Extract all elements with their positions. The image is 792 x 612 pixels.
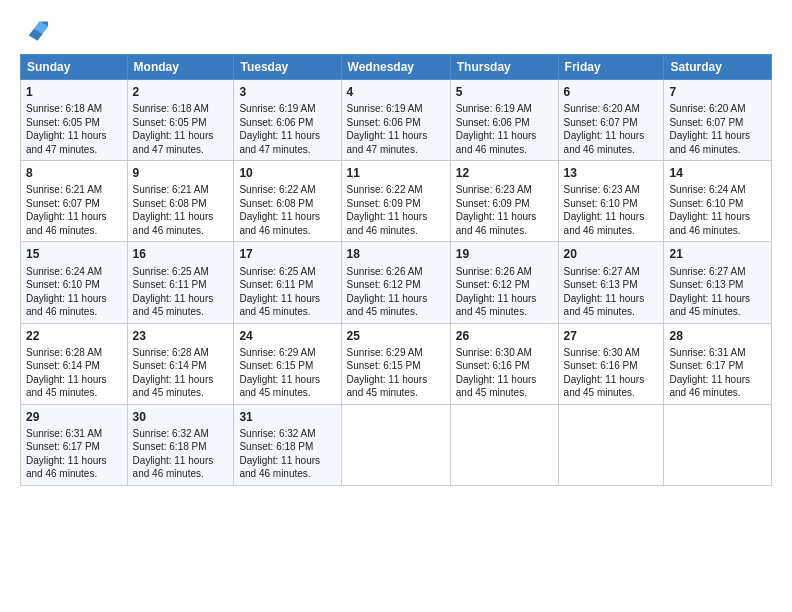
cell-line: Sunrise: 6:19 AM [456,102,553,116]
cell-line: and 45 minutes. [456,386,553,400]
day-number: 11 [347,165,445,181]
cell-line: Sunrise: 6:20 AM [564,102,659,116]
cell-line: Sunrise: 6:22 AM [347,183,445,197]
cell-line: Daylight: 11 hours [26,292,122,306]
cell-line: Sunset: 6:14 PM [26,359,122,373]
day-number: 8 [26,165,122,181]
logo-icon [20,18,48,46]
cell-line: and 45 minutes. [347,386,445,400]
cell-line: Daylight: 11 hours [347,292,445,306]
cell-line: Sunset: 6:10 PM [564,197,659,211]
cell-line: Daylight: 11 hours [239,210,335,224]
cell-line: Daylight: 11 hours [669,373,766,387]
calendar-cell: 19Sunrise: 6:26 AMSunset: 6:12 PMDayligh… [450,242,558,323]
calendar-cell: 3Sunrise: 6:19 AMSunset: 6:06 PMDaylight… [234,80,341,161]
cell-line: and 46 minutes. [669,224,766,238]
cell-line: Sunset: 6:15 PM [239,359,335,373]
col-tuesday: Tuesday [234,55,341,80]
day-number: 27 [564,328,659,344]
logo [20,18,52,46]
cell-line: and 46 minutes. [456,224,553,238]
calendar-header: Sunday Monday Tuesday Wednesday Thursday… [21,55,772,80]
cell-line: and 45 minutes. [456,305,553,319]
cell-line: Sunrise: 6:31 AM [26,427,122,441]
cell-line: Sunrise: 6:24 AM [26,265,122,279]
cell-line: and 47 minutes. [26,143,122,157]
cell-line: and 46 minutes. [347,224,445,238]
day-number: 31 [239,409,335,425]
cell-line: and 45 minutes. [133,305,229,319]
cell-line: Sunset: 6:17 PM [669,359,766,373]
cell-line: Daylight: 11 hours [133,129,229,143]
cell-line: Sunset: 6:12 PM [347,278,445,292]
weekday-row: Sunday Monday Tuesday Wednesday Thursday… [21,55,772,80]
day-number: 30 [133,409,229,425]
cell-line: Daylight: 11 hours [669,210,766,224]
calendar-cell: 26Sunrise: 6:30 AMSunset: 6:16 PMDayligh… [450,323,558,404]
cell-line: Sunset: 6:08 PM [133,197,229,211]
calendar-cell: 13Sunrise: 6:23 AMSunset: 6:10 PMDayligh… [558,161,664,242]
cell-line: Sunset: 6:15 PM [347,359,445,373]
calendar-cell: 4Sunrise: 6:19 AMSunset: 6:06 PMDaylight… [341,80,450,161]
calendar-cell: 1Sunrise: 6:18 AMSunset: 6:05 PMDaylight… [21,80,128,161]
cell-line: Sunrise: 6:22 AM [239,183,335,197]
day-number: 29 [26,409,122,425]
cell-line: Daylight: 11 hours [669,129,766,143]
cell-line: and 45 minutes. [347,305,445,319]
cell-line: Sunrise: 6:25 AM [239,265,335,279]
calendar-cell: 22Sunrise: 6:28 AMSunset: 6:14 PMDayligh… [21,323,128,404]
cell-line: and 46 minutes. [26,467,122,481]
col-monday: Monday [127,55,234,80]
cell-line: Sunrise: 6:23 AM [456,183,553,197]
calendar-cell: 29Sunrise: 6:31 AMSunset: 6:17 PMDayligh… [21,404,128,485]
col-wednesday: Wednesday [341,55,450,80]
day-number: 6 [564,84,659,100]
cell-line: Sunset: 6:06 PM [456,116,553,130]
cell-line: Sunset: 6:07 PM [564,116,659,130]
cell-line: Daylight: 11 hours [239,129,335,143]
cell-line: Daylight: 11 hours [456,292,553,306]
cell-line: Daylight: 11 hours [239,373,335,387]
day-number: 4 [347,84,445,100]
calendar-cell: 21Sunrise: 6:27 AMSunset: 6:13 PMDayligh… [664,242,772,323]
cell-line: Daylight: 11 hours [347,210,445,224]
cell-line: and 46 minutes. [26,224,122,238]
cell-line: Sunset: 6:17 PM [26,440,122,454]
day-number: 19 [456,246,553,262]
week-row-2: 8Sunrise: 6:21 AMSunset: 6:07 PMDaylight… [21,161,772,242]
cell-line: and 46 minutes. [239,467,335,481]
cell-line: and 47 minutes. [133,143,229,157]
cell-line: Daylight: 11 hours [26,210,122,224]
calendar-cell: 30Sunrise: 6:32 AMSunset: 6:18 PMDayligh… [127,404,234,485]
cell-line: Daylight: 11 hours [456,129,553,143]
cell-line: and 46 minutes. [564,143,659,157]
calendar-cell: 5Sunrise: 6:19 AMSunset: 6:06 PMDaylight… [450,80,558,161]
calendar-cell: 16Sunrise: 6:25 AMSunset: 6:11 PMDayligh… [127,242,234,323]
cell-line: and 46 minutes. [564,224,659,238]
header [20,18,772,46]
day-number: 13 [564,165,659,181]
day-number: 23 [133,328,229,344]
cell-line: Sunrise: 6:29 AM [239,346,335,360]
cell-line: and 46 minutes. [669,143,766,157]
cell-line: Daylight: 11 hours [26,373,122,387]
cell-line: Daylight: 11 hours [564,292,659,306]
cell-line: Sunset: 6:13 PM [564,278,659,292]
cell-line: Sunrise: 6:19 AM [239,102,335,116]
calendar-cell: 9Sunrise: 6:21 AMSunset: 6:08 PMDaylight… [127,161,234,242]
col-sunday: Sunday [21,55,128,80]
calendar-cell: 20Sunrise: 6:27 AMSunset: 6:13 PMDayligh… [558,242,664,323]
cell-line: and 45 minutes. [239,305,335,319]
calendar-cell [558,404,664,485]
cell-line: Sunset: 6:12 PM [456,278,553,292]
day-number: 9 [133,165,229,181]
cell-line: Sunset: 6:18 PM [239,440,335,454]
day-number: 18 [347,246,445,262]
day-number: 17 [239,246,335,262]
cell-line: Sunrise: 6:23 AM [564,183,659,197]
week-row-1: 1Sunrise: 6:18 AMSunset: 6:05 PMDaylight… [21,80,772,161]
calendar-cell: 15Sunrise: 6:24 AMSunset: 6:10 PMDayligh… [21,242,128,323]
week-row-5: 29Sunrise: 6:31 AMSunset: 6:17 PMDayligh… [21,404,772,485]
cell-line: and 46 minutes. [239,224,335,238]
calendar-page: Sunday Monday Tuesday Wednesday Thursday… [0,0,792,612]
